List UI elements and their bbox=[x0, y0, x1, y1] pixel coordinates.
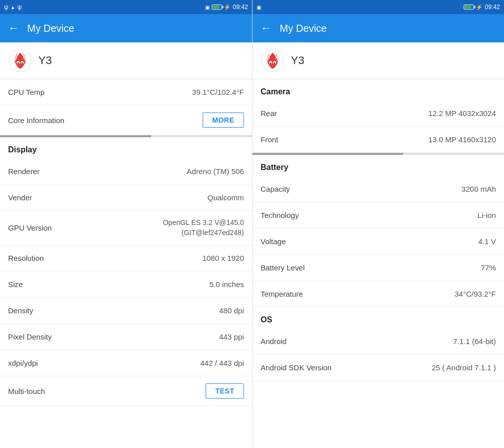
sim-icon-left: ▣ bbox=[205, 5, 210, 10]
battery-icon-right bbox=[464, 5, 474, 10]
capacity-row: Capacity 3200 mAh bbox=[253, 176, 504, 202]
gpu-version-value: OpenGL ES 3.2 V@145.0(GIT@lef247ed248) bbox=[163, 218, 244, 238]
status-right-left-icons: ▣ bbox=[257, 5, 261, 10]
android-sdk-row: Android SDK Version 25 ( Android 7.1.1 ) bbox=[253, 355, 504, 381]
pixel-density-row: Pixel Density 443 ppi bbox=[0, 324, 252, 350]
battery-level-value: 77% bbox=[481, 263, 496, 272]
bolt-icon-right: ⚡ bbox=[476, 4, 483, 11]
svg-point-9 bbox=[274, 63, 276, 64]
multitouch-row: Multi-touch TEST bbox=[0, 376, 252, 406]
pixel-density-value: 443 ppi bbox=[219, 332, 244, 341]
voltage-row: Voltage 4.1 V bbox=[253, 229, 504, 255]
technology-row: Technology Li-ion bbox=[253, 202, 504, 229]
device-icon-right bbox=[261, 48, 285, 73]
android-row: Android 7.1.1 (64-bit) bbox=[253, 328, 504, 355]
svg-point-8 bbox=[270, 63, 272, 64]
technology-label: Technology bbox=[261, 211, 299, 219]
device-header-right: Y3 bbox=[253, 42, 504, 79]
android-sdk-label: Android SDK Version bbox=[261, 363, 332, 372]
xdpi-value: 442 / 443 dpi bbox=[200, 359, 244, 367]
left-content[interactable]: CPU Temp 39.1°C/102.4°F Core Information… bbox=[0, 79, 252, 448]
pixel-density-label: Pixel Density bbox=[8, 332, 52, 341]
gpu-version-row: GPU Version OpenGL ES 3.2 V@145.0(GIT@le… bbox=[0, 211, 252, 245]
resolution-row: Resolution 1080 x 1920 bbox=[0, 245, 252, 271]
core-info-label: Core Information bbox=[8, 116, 65, 125]
top-bar-left: ← My Device bbox=[0, 14, 252, 42]
battery-icon-left bbox=[212, 5, 222, 10]
cpu-temp-label: CPU Temp bbox=[8, 88, 44, 96]
renderer-row: Renderer Adreno (TM) 506 bbox=[0, 158, 252, 185]
battery-level-label: Battery Level bbox=[261, 263, 305, 272]
size-label: Size bbox=[8, 280, 23, 289]
status-bar-left: ψ ▲ ψ ▣ ⚡ 09:42 bbox=[0, 0, 252, 14]
svg-point-3 bbox=[18, 63, 19, 64]
device-name-left: Y3 bbox=[38, 54, 52, 67]
android-sdk-value: 25 ( Android 7.1.1 ) bbox=[431, 363, 496, 372]
time-left: 09:42 bbox=[233, 4, 248, 11]
status-left-icons: ψ ▲ ψ bbox=[4, 4, 22, 11]
usb-icon: ψ bbox=[4, 4, 9, 11]
os-section-header: OS bbox=[253, 307, 504, 328]
resolution-label: Resolution bbox=[8, 254, 44, 262]
time-right: 09:42 bbox=[485, 4, 500, 11]
renderer-value: Adreno (TM) 506 bbox=[187, 167, 244, 176]
front-label: Front bbox=[261, 135, 278, 144]
right-panel: ▣ ⚡ 09:42 ← My Device Y3 Ca bbox=[252, 0, 504, 448]
vender-value: Qualcomm bbox=[207, 193, 244, 202]
device-header-left: Y3 bbox=[0, 42, 252, 79]
density-value: 480 dpi bbox=[219, 306, 244, 315]
xdpi-row: xdpi/ydpi 442 / 443 dpi bbox=[0, 350, 252, 376]
voltage-value: 4.1 V bbox=[478, 237, 496, 246]
page-title-left: My Device bbox=[27, 23, 74, 34]
status-bar-right: ▣ ⚡ 09:42 bbox=[253, 0, 504, 14]
android-value: 7.1.1 (64-bit) bbox=[453, 337, 496, 346]
more-button[interactable]: MORE bbox=[203, 113, 244, 128]
sim-icon-r: ▣ bbox=[257, 5, 261, 10]
size-row: Size 5.0 inches bbox=[0, 271, 252, 298]
svg-point-4 bbox=[22, 63, 23, 64]
battery-level-row: Battery Level 77% bbox=[253, 255, 504, 281]
status-right-right: ⚡ 09:42 bbox=[464, 4, 500, 11]
usb2-icon: ψ bbox=[17, 4, 22, 11]
density-row: Density 480 dpi bbox=[0, 298, 252, 324]
technology-value: Li-ion bbox=[477, 211, 496, 219]
status-right-left: ▣ ⚡ 09:42 bbox=[205, 4, 248, 11]
cpu-temp-value: 39.1°C/102.4°F bbox=[192, 88, 244, 96]
resolution-value: 1080 x 1920 bbox=[202, 254, 244, 262]
wifi-icon: ▲ bbox=[11, 5, 16, 10]
test-button[interactable]: TEST bbox=[206, 383, 244, 399]
renderer-label: Renderer bbox=[8, 167, 40, 176]
vender-row: Vender Qualcomm bbox=[0, 185, 252, 211]
device-name-right: Y3 bbox=[291, 54, 304, 67]
front-value: 13.0 MP 4160x3120 bbox=[428, 135, 496, 144]
core-info-row: Core Information MORE bbox=[0, 105, 252, 135]
back-button-left[interactable]: ← bbox=[8, 22, 19, 35]
temperature-label: Temperature bbox=[261, 290, 303, 298]
size-value: 5.0 inches bbox=[210, 280, 244, 289]
back-button-right[interactable]: ← bbox=[261, 22, 272, 35]
device-icon-left bbox=[8, 48, 32, 73]
android-label: Android bbox=[261, 337, 287, 346]
cpu-temp-row: CPU Temp 39.1°C/102.4°F bbox=[0, 79, 252, 105]
camera-section-header: Camera bbox=[253, 79, 504, 100]
front-row: Front 13.0 MP 4160x3120 bbox=[253, 127, 504, 153]
rear-value: 12.2 MP 4032x3024 bbox=[428, 109, 496, 118]
temperature-value: 34°C/93.2°F bbox=[455, 290, 496, 298]
xdpi-label: xdpi/ydpi bbox=[8, 359, 38, 367]
temperature-row: Temperature 34°C/93.2°F bbox=[253, 281, 504, 307]
display-section-header: Display bbox=[0, 137, 252, 158]
rear-row: Rear 12.2 MP 4032x3024 bbox=[253, 100, 504, 127]
capacity-value: 3200 mAh bbox=[462, 185, 496, 193]
rear-label: Rear bbox=[261, 109, 277, 118]
right-content[interactable]: Camera Rear 12.2 MP 4032x3024 Front 13.0… bbox=[253, 79, 504, 448]
page-title-right: My Device bbox=[280, 23, 327, 34]
gpu-version-label: GPU Version bbox=[8, 223, 52, 232]
left-panel: ψ ▲ ψ ▣ ⚡ 09:42 ← My Device bbox=[0, 0, 252, 448]
multitouch-label: Multi-touch bbox=[8, 387, 45, 396]
density-label: Density bbox=[8, 306, 33, 315]
battery-section-header: Battery bbox=[253, 155, 504, 176]
vender-label: Vender bbox=[8, 193, 32, 202]
voltage-label: Voltage bbox=[261, 237, 286, 246]
bolt-icon-left: ⚡ bbox=[224, 4, 231, 11]
capacity-label: Capacity bbox=[261, 185, 290, 193]
